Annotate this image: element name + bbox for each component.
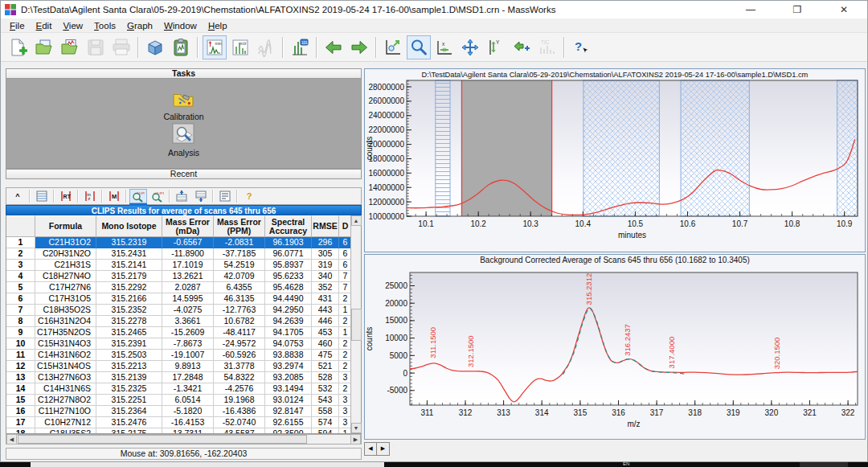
view-3d-icon[interactable] — [143, 35, 167, 59]
taskbar-app-segment[interactable] — [31, 462, 384, 467]
mz-ranges-icon[interactable]: mz — [81, 189, 99, 203]
cell: 92.8147 — [265, 406, 312, 417]
calibration-tool-icon[interactable]: 101 — [288, 35, 312, 59]
cell: 14.5995 — [162, 293, 214, 305]
restore-button[interactable]: ❐ — [774, 1, 821, 18]
column-header-mono-isotope[interactable]: Mono Isotope — [96, 215, 162, 237]
minimize-button[interactable]: — — [727, 1, 774, 18]
zoom-tool-icon[interactable] — [407, 35, 431, 59]
table-row[interactable]: 9C17H35N2OS315.2465-15.2609-48.411794.17… — [6, 327, 361, 338]
tab-scroll-right-icon[interactable]: ▶ — [377, 443, 389, 455]
table-row[interactable]: 11C14H31N6O2315.2503-19.1007-60.592693.8… — [6, 350, 361, 361]
collapse-panel-icon[interactable]: ^ — [9, 189, 27, 203]
cell: 13 — [6, 372, 35, 383]
back-icon[interactable] — [321, 35, 346, 59]
grid-horizontal-scrollbar[interactable]: ◀ ▶ — [6, 434, 362, 444]
cell: -37.7185 — [214, 248, 265, 260]
svg-text:5000: 5000 — [390, 351, 408, 360]
column-header-formula[interactable]: Formula — [35, 215, 96, 237]
full-scale-icon[interactable] — [381, 35, 405, 59]
rt-ranges-icon[interactable]: RT — [57, 189, 75, 203]
table-row[interactable]: 3C21H31S315.214117.101954.251995.8937319… — [6, 260, 361, 271]
svg-text:D:\TestData\Agilent Santa Clar: D:\TestData\Agilent Santa Clara\05-29-20… — [422, 71, 809, 79]
cell: -16.4386 — [214, 406, 265, 417]
scale-x-icon[interactable]: x — [432, 35, 457, 59]
menu-graph[interactable]: Graph — [121, 19, 158, 32]
menu-tools[interactable]: Tools — [88, 19, 121, 32]
recent-header[interactable]: Recent — [6, 169, 362, 179]
previous-scale-icon[interactable] — [510, 35, 534, 59]
table-row[interactable]: 1C21H31O2315.2319-0.6567-2.083196.190329… — [6, 237, 361, 248]
forward-icon[interactable] — [347, 35, 371, 59]
chromatogram-view-icon[interactable]: min — [203, 35, 227, 59]
close-button[interactable]: ✕ — [821, 1, 867, 18]
scroll-thumb[interactable] — [351, 309, 362, 341]
table-row[interactable]: 8C16H31N2O4315.22783.366110.678294.26394… — [6, 316, 361, 327]
spectrum-chart[interactable]: 311312313314315316317318319320321322-500… — [364, 254, 866, 440]
open-file-icon[interactable] — [32, 35, 56, 59]
table-row[interactable]: 18C18H35S2315.217513.731143.558792.35005… — [6, 428, 361, 433]
table-row[interactable]: 2C20H31N2O315.2431-11.8900-37.718596.077… — [6, 248, 361, 260]
paste-data-icon[interactable] — [169, 35, 193, 59]
toolbar-separator — [316, 37, 317, 58]
cell: 13.2621 — [162, 271, 214, 282]
scroll-right-icon[interactable]: ▶ — [350, 434, 361, 444]
table-row[interactable]: 17C10H27N12315.2476-16.4153-52.074092.61… — [6, 417, 361, 428]
task-calibration[interactable]: Calibration — [163, 90, 203, 121]
import-results-icon[interactable] — [173, 189, 190, 203]
scroll-left-icon[interactable]: ◀ — [6, 434, 17, 444]
task-analysis[interactable]: Analysis — [168, 123, 199, 158]
table-row[interactable]: 5C17H27N6315.22922.02876.435595.46283527 — [6, 282, 361, 293]
report-view-icon[interactable] — [33, 189, 51, 203]
hscroll-thumb[interactable] — [18, 435, 307, 444]
table-row[interactable]: 10C15H31N4O3315.2391-7.8673-24.957294.07… — [6, 338, 361, 350]
menu-window[interactable]: Window — [158, 19, 203, 32]
column-header-spectral[interactable]: Spectral Accuracy — [265, 215, 312, 237]
mw-ranges-icon[interactable]: M — [105, 189, 123, 203]
svg-text:10000: 10000 — [385, 334, 407, 342]
table-row[interactable]: 4C18H27N4O315.217913.262142.070995.62333… — [6, 271, 361, 282]
cell: 9 — [6, 327, 35, 338]
tab-scroll-left-icon[interactable]: ◀ — [365, 443, 377, 455]
right-panel: 10.110.210.310.410.510.610.710.810.91000… — [364, 68, 866, 457]
scale-y-icon[interactable]: Y — [484, 35, 508, 59]
table-row[interactable]: 13C13H27N6O3315.213917.284854.832293.208… — [6, 372, 361, 383]
svg-text:?: ? — [575, 39, 582, 53]
sclips-search-icon[interactable]: sCLIPS — [149, 189, 166, 203]
tasks-header[interactable]: Tasks — [6, 68, 362, 79]
scroll-down-icon[interactable]: ▼ — [351, 423, 362, 433]
menu-edit[interactable]: Edit — [31, 19, 58, 32]
pan-tool-icon[interactable] — [458, 35, 482, 59]
menu-file[interactable]: File — [4, 19, 31, 32]
svg-text:0: 0 — [403, 369, 407, 378]
taskbar-language: EN — [623, 462, 629, 466]
column-header-mass-error[interactable]: Mass Error (PPM) — [214, 215, 265, 237]
table-row[interactable]: 14C14H31N6S315.2325-1.3421-4.257693.1494… — [6, 383, 361, 395]
table-row[interactable]: 7C18H35O2S315.2352-4.0275-12.776394.2950… — [6, 305, 361, 316]
column-header-rownum[interactable] — [6, 215, 35, 237]
help-icon[interactable]: ? — [240, 189, 258, 203]
table-row[interactable]: 12C15H31N4OS315.22139.891331.377893.2974… — [6, 361, 361, 372]
windows-taskbar[interactable]: EN — [0, 462, 868, 467]
table-row[interactable]: 16C11H27N10O315.2364-5.1820-16.438692.81… — [6, 406, 361, 417]
export-results-icon[interactable] — [192, 189, 210, 203]
open-data-file-icon[interactable] — [58, 35, 82, 59]
clips-search-icon[interactable]: CLIPS — [129, 189, 147, 203]
context-help-icon[interactable]: ? — [569, 35, 593, 59]
column-header-rmse[interactable]: RMSE — [312, 215, 339, 237]
spectrum-view-icon[interactable]: m/z — [228, 35, 252, 59]
menu-help[interactable]: Help — [203, 19, 233, 32]
table-row[interactable]: 6C17H31O5315.216614.599546.313594.449043… — [6, 293, 361, 305]
chromatogram-chart[interactable]: 10.110.210.310.410.510.610.710.810.91000… — [364, 68, 866, 252]
analysis-icon — [172, 123, 194, 147]
new-file-icon[interactable] — [6, 35, 31, 59]
svg-text:RT: RT — [63, 194, 72, 199]
table-row[interactable]: 15C12H27N8O2315.22516.051419.196893.0124… — [6, 395, 361, 406]
cell: 19.1968 — [214, 395, 265, 406]
grid-vertical-scrollbar[interactable]: ▲ ▼ — [350, 215, 361, 433]
menu-view[interactable]: View — [57, 19, 88, 32]
column-header-mass-error[interactable]: Mass Error (mDa) — [162, 215, 214, 237]
scroll-up-icon[interactable]: ▲ — [351, 215, 362, 226]
edit-options-icon[interactable] — [216, 189, 234, 203]
taskbar-tray-segment[interactable] — [800, 462, 848, 467]
